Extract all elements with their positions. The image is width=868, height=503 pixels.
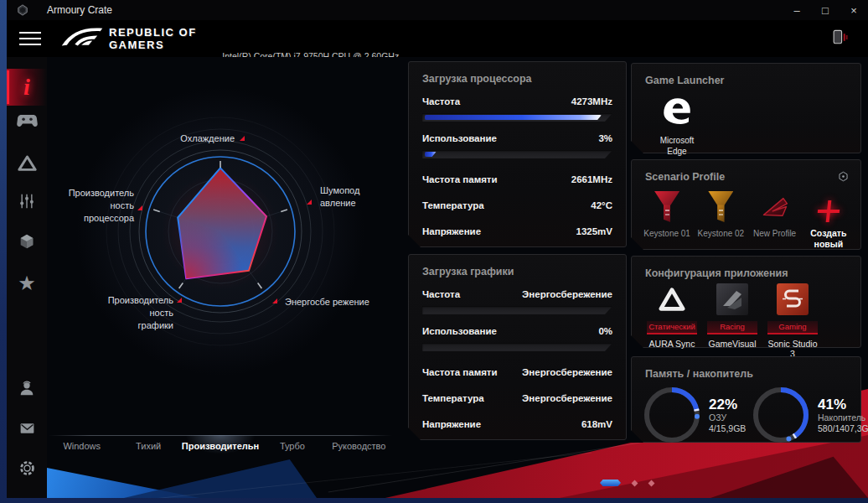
tuning-icon bbox=[18, 193, 35, 213]
profile-item-keystone-01[interactable]: Keystone 01 bbox=[640, 189, 694, 250]
stat-row: Использование3% bbox=[422, 133, 612, 143]
sonic-icon bbox=[777, 283, 809, 319]
panel-title: Scenario Profile bbox=[632, 160, 860, 183]
gpu-load-panel: Загрузка графики ЧастотаЭнергосбережение… bbox=[408, 254, 627, 440]
radar-axis-label-gpu-performance: Производитель ностьграфики bbox=[85, 294, 173, 332]
tab-турбо[interactable]: Турбо bbox=[259, 435, 325, 456]
menu-icon[interactable] bbox=[19, 32, 41, 45]
armoury-crate-window: Armoury Crate – □ × REPUBLIC OF GAMERS -… bbox=[7, 0, 868, 498]
launcher-item-microsoft-edge[interactable]: Microsoft Edge bbox=[650, 94, 704, 157]
sidebar-item-game-library[interactable] bbox=[7, 104, 47, 141]
sidebar-item-dashboard[interactable]: i bbox=[7, 69, 47, 106]
sidebar-item-tuning[interactable] bbox=[7, 184, 47, 221]
brand-text: REPUBLIC OF GAMERS bbox=[109, 26, 197, 51]
stat-label: Температура bbox=[422, 393, 484, 403]
sidebar-item-aura-sync[interactable] bbox=[7, 146, 47, 183]
radar-marker-icon bbox=[272, 298, 277, 303]
panel-title: Конфигурация приложения bbox=[632, 257, 860, 279]
radar-axis-label-cooling: Охлаждение bbox=[141, 132, 235, 145]
stat-label: Частота памяти bbox=[422, 367, 498, 377]
stat-value: 618mV bbox=[581, 419, 612, 429]
rog-logo-icon bbox=[60, 23, 104, 55]
ram-usage-ring: 22% ОЗУ 4/15,9GB bbox=[642, 385, 746, 445]
page-dot-2[interactable] bbox=[632, 480, 638, 486]
radar-marker-icon bbox=[177, 298, 182, 303]
profile-item-keystone-02[interactable]: Keystone 02 bbox=[694, 189, 747, 250]
device-icon bbox=[18, 232, 36, 254]
sidebar-item-settings[interactable] bbox=[7, 451, 47, 488]
stat-label: Использование bbox=[422, 133, 497, 143]
tab-производительн[interactable]: Производительн bbox=[182, 435, 259, 456]
profile-item-new-profile[interactable]: New Profile bbox=[748, 189, 802, 250]
page-indicator bbox=[600, 480, 654, 486]
radar-axis-label-noise: Шумоподавление bbox=[320, 184, 359, 210]
stat-row: ТемператураЭнергосбережение bbox=[422, 393, 612, 403]
dashboard-icon: i bbox=[23, 75, 30, 99]
config-item-gamevisual[interactable]: RacingGameVisual bbox=[702, 283, 762, 359]
tab-windows[interactable]: Windows bbox=[49, 435, 115, 456]
maximize-button[interactable]: □ bbox=[811, 0, 840, 20]
ram-label: ОЗУ bbox=[709, 412, 746, 423]
user-icon bbox=[18, 379, 36, 401]
config-item-mode-badge: Racing bbox=[707, 321, 757, 334]
radar-marker-icon bbox=[137, 205, 142, 210]
close-button[interactable]: × bbox=[840, 0, 868, 20]
config-item-mode-badge: Статический bbox=[647, 321, 697, 334]
stat-row: Напряжение618mV bbox=[422, 419, 612, 429]
stat-label: Напряжение bbox=[422, 419, 481, 429]
stat-value: 3% bbox=[598, 133, 612, 143]
ram-percent: 22% bbox=[709, 397, 746, 412]
radar-axis-label-power-saving: Энергосбе режение bbox=[285, 296, 369, 309]
storage-label: Накопитель bbox=[818, 412, 868, 423]
minimize-button[interactable]: – bbox=[783, 0, 811, 20]
memory-storage-panel: Память / накопитель 22% ОЗУ 4/15,9GB 41%… bbox=[631, 356, 861, 443]
ram-detail: 4/15,9GB bbox=[709, 423, 746, 434]
sidebar-item-featured[interactable]: ★ bbox=[7, 265, 47, 302]
stat-label: Частота памяти bbox=[422, 174, 498, 184]
stat-row: Частота памяти2661MHz bbox=[422, 174, 612, 184]
panel-title: Загрузка графики bbox=[409, 255, 626, 277]
page-dot-1-active[interactable] bbox=[600, 480, 621, 486]
sidebar-nav: i★ bbox=[7, 57, 47, 498]
stat-row: Использование0% bbox=[422, 326, 612, 336]
storage-percent: 41% bbox=[818, 397, 868, 412]
keystone-red-icon bbox=[654, 191, 679, 222]
title-bar[interactable]: Armoury Crate – □ × bbox=[7, 0, 868, 20]
stat-row: Частота памятиЭнергосбережение bbox=[422, 367, 612, 377]
stat-value: 4273MHz bbox=[571, 96, 612, 106]
sidebar-item-device[interactable] bbox=[7, 225, 47, 262]
window-title: Armoury Crate bbox=[47, 4, 112, 16]
game-library-icon bbox=[17, 114, 38, 131]
profile-item-label: Создать новый bbox=[802, 228, 855, 250]
sidebar-item-news[interactable] bbox=[7, 411, 47, 448]
config-item-sonic-studio-3[interactable]: GamingSonic Studio 3 bbox=[762, 283, 823, 359]
sidebar-item-user[interactable] bbox=[7, 371, 47, 408]
performance-mode-tabs: WindowsТихийПроизводительнТурбоРуководст… bbox=[49, 435, 392, 456]
aura-sync-icon bbox=[18, 154, 37, 175]
stat-value: 0% bbox=[598, 326, 612, 336]
stat-row: Напряжение1325mV bbox=[422, 226, 612, 236]
game-launcher-panel: Game Launcher Microsoft Edge bbox=[631, 63, 861, 153]
edge-icon bbox=[650, 94, 704, 132]
radar-marker-icon bbox=[307, 200, 312, 205]
profile-item-создать-новый[interactable]: Создать новый bbox=[802, 189, 855, 250]
config-item-label: AURA Sync bbox=[642, 339, 702, 349]
gamevisual-icon bbox=[716, 283, 748, 319]
stat-value: Энергосбережение bbox=[522, 393, 612, 403]
storage-usage-ring: 41% Накопитель 580/1407,3GB bbox=[751, 385, 868, 445]
app-header: REPUBLIC OF GAMERS - Intel(R) Core(TM) i… bbox=[7, 20, 868, 57]
stat-label: Частота bbox=[422, 96, 460, 106]
device-connect-icon[interactable] bbox=[829, 29, 850, 49]
cpu-load-panel: Загрузка процессора Частота4273MHzИсполь… bbox=[408, 61, 627, 247]
stat-value: 2661MHz bbox=[571, 174, 612, 184]
aura-icon bbox=[656, 285, 688, 317]
scenario-settings-icon[interactable] bbox=[838, 170, 849, 185]
stat-row: ЧастотаЭнергосбережение bbox=[422, 289, 612, 299]
cpu-stats: Частота4273MHzИспользование3%Частота пам… bbox=[409, 96, 626, 236]
config-item-aura-sync[interactable]: СтатическийAURA Sync bbox=[642, 283, 702, 359]
tab-тихий[interactable]: Тихий bbox=[115, 435, 181, 456]
keystone-orange-icon bbox=[708, 191, 733, 222]
tab-руководство[interactable]: Руководство bbox=[326, 435, 392, 456]
page-dot-3[interactable] bbox=[648, 480, 655, 486]
app-configuration-panel: Конфигурация приложения СтатическийAURA … bbox=[631, 256, 861, 348]
